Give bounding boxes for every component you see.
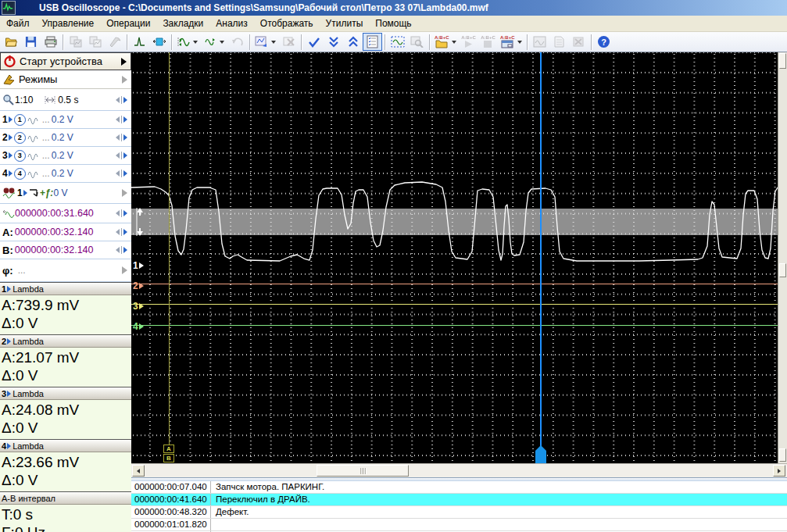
channel-3-marker[interactable]: 3: [133, 301, 144, 312]
reference-window-button[interactable]: A:B+C: [498, 33, 524, 51]
measure-value-a: A:21.07 mV: [2, 348, 130, 366]
cursor-ab-line[interactable]: [169, 52, 170, 445]
event-text: Запчск мотора. ПАРКИНГ.: [210, 481, 787, 493]
open-reference-button[interactable]: A:B+C: [432, 33, 459, 51]
channel-position-handle[interactable]: [779, 263, 786, 277]
start-device-button[interactable]: Старт устройства: [0, 52, 131, 70]
double-chevron-down-icon: [327, 36, 340, 48]
channel-range: 0.2 V: [52, 150, 73, 161]
paste-waveform-button[interactable]: [85, 33, 105, 51]
scale-row[interactable]: 1:10 0.5 s: [0, 89, 131, 111]
channel-1-row[interactable]: 1 1 ... 0.2 V: [0, 111, 131, 129]
print-button[interactable]: [41, 33, 60, 51]
channel-3-row[interactable]: 3 3 ... 0.2 V: [0, 147, 131, 165]
cursor-b-nav-arrows[interactable]: [116, 246, 129, 254]
measure-panel-header[interactable]: 1Lambda: [0, 283, 131, 295]
measure-value-a: A:23.66 mV: [2, 453, 130, 471]
channel-nav-arrows[interactable]: [116, 152, 129, 159]
stop-reference-button[interactable]: A:B+C: [478, 33, 498, 51]
channel-number: 1: [2, 114, 8, 125]
undo-button[interactable]: [227, 33, 247, 51]
menu-utilities[interactable]: Утилиты: [320, 16, 370, 30]
open-file-button[interactable]: [2, 33, 21, 51]
modes-button[interactable]: Режимы: [0, 70, 131, 89]
play-reference-button[interactable]: A:B+C: [459, 33, 478, 51]
channel-4-marker[interactable]: 4: [133, 321, 144, 332]
position-nav-arrows[interactable]: [116, 209, 129, 217]
menu-bookmarks[interactable]: Закладки: [156, 16, 209, 30]
channel-circle-number: 2: [14, 132, 26, 144]
channel-nav-arrows[interactable]: [116, 116, 129, 123]
insert-chart-button[interactable]: [252, 33, 279, 51]
measure-panel-header[interactable]: 4Lambda: [0, 440, 131, 452]
view-report-button[interactable]: [549, 33, 569, 51]
cursor-a-nav-arrows[interactable]: [116, 228, 129, 236]
confirm-all-up-button[interactable]: [343, 33, 363, 51]
cursor-b-row[interactable]: B: 000000:00:32.140: [0, 241, 131, 259]
event-row[interactable]: 000000:00:48.320 Дефект.: [131, 506, 787, 519]
measure-panel-header[interactable]: 3Lambda: [0, 387, 131, 400]
interval-panel: A-B интервал T:0 sF:0 Hz: [0, 491, 131, 532]
help-button[interactable]: ?: [594, 33, 614, 51]
stretch-horizontal-button[interactable]: [149, 33, 169, 51]
menu-control[interactable]: Управление: [36, 16, 101, 30]
position-time: 000000:00:31.640: [15, 208, 94, 219]
channel-circle-number: 3: [14, 150, 26, 162]
delete-button[interactable]: [569, 33, 588, 51]
waveform-plot[interactable]: A B 1 2 3 4: [131, 52, 778, 463]
cursor-b-tag[interactable]: B: [163, 454, 174, 462]
position-row[interactable]: 000000:00:31.640: [0, 204, 131, 223]
copy-waveform-button[interactable]: [66, 33, 85, 51]
vertical-scroll-thumb[interactable]: [779, 53, 786, 69]
selection-frame-button[interactable]: [388, 33, 407, 51]
measure-name: Lambda: [13, 337, 44, 346]
interval-panel-header[interactable]: A-B интервал: [0, 492, 131, 505]
confirm-all-down-button[interactable]: [324, 33, 343, 51]
delete-chart-button[interactable]: [279, 33, 299, 51]
channel-range: 0.2 V: [52, 168, 73, 179]
expand-right-icon: [121, 58, 127, 66]
horizontal-scroll-thumb[interactable]: [317, 465, 409, 477]
event-text: Дефект.: [210, 506, 787, 518]
arrow-right-icon: [778, 469, 781, 473]
confirm-button[interactable]: [304, 33, 324, 51]
shift-wave-right-button[interactable]: [201, 33, 227, 51]
measure-name: Lambda: [13, 441, 44, 451]
scale-nav-arrows[interactable]: [116, 96, 129, 104]
measure-panel-header[interactable]: 2Lambda: [0, 335, 131, 348]
channel-nav-arrows[interactable]: [116, 170, 129, 177]
vertical-scroll-thumb-bottom[interactable]: [779, 448, 786, 462]
trigger-row[interactable]: 1 +ƒ: 0 V: [0, 183, 131, 204]
channel-2-row[interactable]: 2 2 ... 0.2 V: [0, 129, 131, 147]
shift-wave-left-button[interactable]: [174, 33, 201, 51]
menu-display[interactable]: Отображать: [254, 16, 320, 30]
band-edge-handles[interactable]: [132, 206, 146, 237]
menu-help[interactable]: Помощь: [369, 16, 417, 30]
vertical-scrollbar[interactable]: [778, 52, 787, 463]
channel-nav-arrows[interactable]: [116, 134, 129, 141]
scroll-left-button[interactable]: [132, 465, 145, 477]
menu-analysis[interactable]: Анализ: [209, 16, 254, 30]
tools-button[interactable]: [105, 33, 124, 51]
menu-operations[interactable]: Операции: [100, 16, 156, 30]
cursor-a-row[interactable]: A: 000000:00:32.140: [0, 223, 131, 241]
save-button[interactable]: [21, 33, 41, 51]
event-time: 000000:00:41.640: [131, 494, 210, 505]
scroll-right-button[interactable]: [773, 465, 785, 477]
view-chart-button[interactable]: [530, 33, 549, 51]
menu-file[interactable]: Файл: [0, 16, 36, 30]
channel-1-marker[interactable]: 1: [133, 260, 144, 271]
phase-row[interactable]: φ: ...: [0, 259, 131, 282]
event-row-selected[interactable]: 000000:00:41.640 Переключил в ДРАЙВ.: [131, 494, 787, 506]
single-sweep-button[interactable]: [130, 33, 149, 51]
event-list-button[interactable]: [363, 33, 382, 51]
channel-2-marker[interactable]: 2: [133, 280, 144, 291]
horizontal-scrollbar[interactable]: [131, 463, 787, 477]
channel-4-row[interactable]: 4 4 ... 0.2 V: [0, 165, 131, 183]
cursor-a-tag[interactable]: A: [163, 445, 174, 453]
zoom-chart-button[interactable]: [407, 33, 427, 51]
cursor-blue-line[interactable]: [540, 52, 542, 447]
event-row[interactable]: 000000:00:07.040 Запчск мотора. ПАРКИНГ.: [131, 481, 787, 494]
chart-x-icon: [283, 36, 295, 48]
event-row[interactable]: 000000:01:01.820: [131, 519, 787, 531]
